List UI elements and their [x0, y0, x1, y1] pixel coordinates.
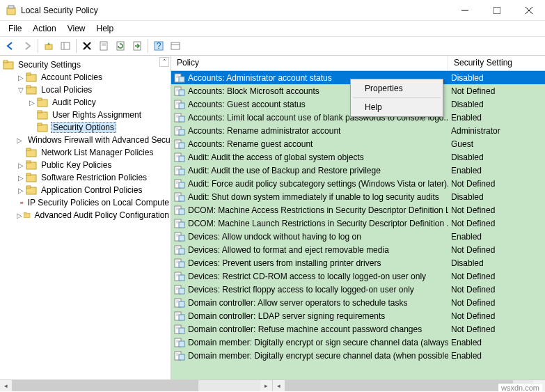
tree-item[interactable]: ▷Software Restriction Policies: [3, 171, 171, 184]
policy-name: Devices: Restrict floppy access to local…: [188, 285, 414, 295]
column-header-policy[interactable]: Policy: [171, 56, 448, 70]
tree-item[interactable]: ▷Windows Firewall with Advanced Secu: [3, 134, 171, 146]
toolbar-separator: [148, 39, 148, 53]
menu-help[interactable]: Help: [91, 22, 120, 35]
list-row[interactable]: Audit: Audit the use of Backup and Resto…: [171, 164, 545, 177]
list-row[interactable]: Domain controller: LDAP server signing r…: [171, 309, 545, 322]
policy-icon: [174, 73, 185, 83]
policy-icon: [174, 338, 185, 347]
expand-icon[interactable]: ▽: [17, 86, 24, 94]
menu-file[interactable]: File: [3, 22, 27, 35]
expand-icon[interactable]: ▷: [17, 74, 24, 81]
svg-rect-67: [179, 143, 184, 148]
tree-item[interactable]: ▷Public Key Policies: [3, 159, 171, 171]
expand-icon[interactable]: ▷: [17, 136, 22, 144]
list-row[interactable]: Devices: Prevent users from installing p…: [171, 256, 545, 269]
list-body[interactable]: Accounts: Administrator account statusDi…: [171, 71, 545, 379]
up-button[interactable]: [41, 38, 56, 54]
policy-name: DCOM: Machine Access Restrictions in Sec…: [188, 205, 448, 215]
menu-view[interactable]: View: [62, 22, 91, 35]
svg-rect-11: [100, 42, 107, 50]
context-menu-properties[interactable]: Properties: [352, 81, 441, 96]
policy-icon: [174, 166, 185, 175]
list-row[interactable]: DCOM: Machine Launch Restrictions in Sec…: [171, 217, 545, 230]
list-row[interactable]: Audit: Shut down system immediately if u…: [171, 190, 545, 203]
svg-rect-45: [24, 212, 27, 214]
expand-icon[interactable]: ▷: [17, 174, 24, 182]
scrollbar-thumb[interactable]: [285, 380, 513, 391]
scrollbar-thumb[interactable]: [12, 380, 198, 391]
svg-rect-127: [179, 341, 184, 347]
list-row[interactable]: Audit: Audit the access of global system…: [171, 150, 545, 164]
policy-setting: Disabled: [448, 258, 545, 268]
list-row[interactable]: Domain member: Digitally encrypt secure …: [171, 349, 545, 362]
expand-icon[interactable]: ▷: [17, 212, 22, 219]
svg-rect-37: [26, 161, 31, 163]
list-row[interactable]: Domain controller: Refuse machine accoun…: [171, 322, 545, 336]
delete-button[interactable]: [79, 38, 95, 54]
svg-rect-123: [179, 328, 184, 334]
close-button[interactable]: [513, 0, 545, 21]
refresh-button[interactable]: [113, 38, 128, 54]
list-row[interactable]: Devices: Restrict CD-ROM access to local…: [171, 269, 545, 283]
show-hide-tree-button[interactable]: [58, 38, 73, 54]
list-row[interactable]: DCOM: Machine Access Restrictions in Sec…: [171, 203, 545, 217]
minimize-button[interactable]: [449, 0, 481, 21]
svg-rect-51: [179, 90, 184, 95]
svg-rect-41: [26, 186, 31, 188]
list-row[interactable]: Devices: Restrict floppy access to local…: [171, 283, 545, 296]
forward-button[interactable]: [19, 38, 35, 54]
scroll-up-icon[interactable]: ˄: [159, 57, 169, 67]
list-row[interactable]: Devices: Allow undock without having to …: [171, 230, 545, 243]
tree-item[interactable]: ▽Local Policies: [3, 84, 171, 96]
list-row[interactable]: Domain controller: Allow server operator…: [171, 296, 545, 309]
tree-root[interactable]: Security Settings: [3, 58, 171, 71]
properties-button[interactable]: [96, 38, 111, 54]
svg-rect-103: [179, 262, 184, 267]
back-button[interactable]: [3, 38, 18, 54]
tree-item-label: Network List Manager Policies: [40, 148, 155, 157]
tree-item[interactable]: ▷Account Policies: [3, 71, 171, 84]
tree-item[interactable]: Security Options: [3, 121, 171, 134]
column-header-setting[interactable]: Security Setting: [448, 56, 545, 70]
tree-item[interactable]: Network List Manager Policies: [3, 146, 171, 159]
context-menu-help[interactable]: Help: [352, 100, 441, 115]
menu-action[interactable]: Action: [27, 22, 61, 35]
tree-item[interactable]: User Rights Assignment: [3, 109, 171, 121]
folder-icon: [24, 210, 31, 220]
tree-pane[interactable]: ˄ Security Settings ▷Account Policies▽Lo…: [0, 56, 171, 379]
list-row[interactable]: Accounts: Rename administrator accountAd…: [171, 124, 545, 137]
export-button[interactable]: [129, 38, 145, 54]
options-button[interactable]: [168, 38, 183, 54]
svg-rect-87: [179, 209, 184, 214]
scroll-left-icon[interactable]: ◂: [273, 380, 285, 391]
svg-rect-75: [179, 169, 184, 175]
list-row[interactable]: Domain member: Digitally encrypt or sign…: [171, 336, 545, 349]
list-row[interactable]: Audit: Force audit policy subcategory se…: [171, 177, 545, 190]
maximize-button[interactable]: [481, 0, 513, 21]
scrollbar-track[interactable]: [12, 380, 260, 391]
svg-rect-3: [493, 7, 500, 14]
scrollbar-track[interactable]: [285, 380, 533, 391]
tree-scrollbar[interactable]: ◂ ▸: [0, 380, 273, 391]
policy-setting: Not Defined: [448, 205, 545, 215]
svg-rect-59: [179, 116, 184, 122]
tree-item[interactable]: ▷Advanced Audit Policy Configuration: [3, 209, 171, 221]
scroll-right-icon[interactable]: ▸: [260, 380, 272, 391]
svg-rect-27: [38, 98, 42, 100]
expand-icon[interactable]: ▷: [28, 99, 35, 107]
list-row[interactable]: Accounts: Rename guest accountGuest: [171, 137, 545, 150]
expand-icon[interactable]: ▷: [17, 187, 24, 194]
svg-rect-35: [26, 148, 31, 150]
svg-rect-131: [179, 354, 184, 360]
tree-item[interactable]: ▷Audit Policy: [3, 96, 171, 109]
help-button[interactable]: ?: [151, 38, 166, 54]
expand-icon[interactable]: ▷: [17, 162, 24, 169]
scroll-left-icon[interactable]: ◂: [0, 380, 12, 391]
list-header: Policy Security Setting: [171, 56, 545, 71]
ip-policy-icon: [20, 198, 24, 207]
tree-item[interactable]: IP Security Policies on Local Compute: [3, 196, 171, 209]
tree-item[interactable]: ▷Application Control Policies: [3, 184, 171, 196]
list-row[interactable]: Devices: Allowed to format and eject rem…: [171, 243, 545, 256]
svg-rect-95: [179, 235, 184, 241]
